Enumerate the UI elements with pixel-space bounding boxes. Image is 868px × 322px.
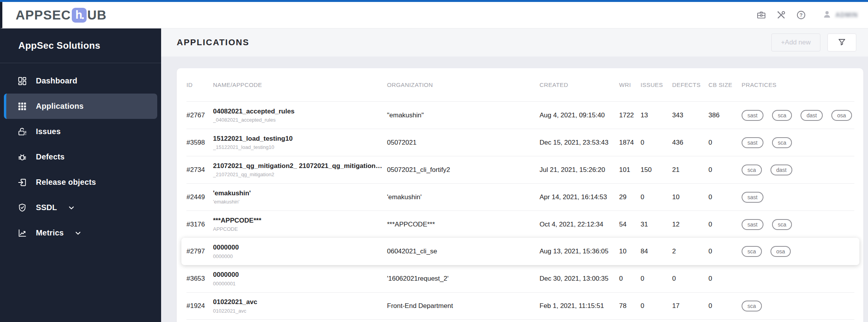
dashboard-icon	[17, 76, 27, 86]
column-header-issues: ISSUES	[641, 81, 672, 88]
app-name: 04082021_accepted_rules	[213, 108, 387, 115]
column-header-defects: DEFECTS	[672, 81, 708, 88]
cell-issues: 0	[641, 302, 672, 310]
app-code: _21072021_qg_mitigation2	[213, 172, 387, 177]
cell-organization: "emakushin"	[387, 111, 540, 119]
cell-created: Feb 1, 2021, 11:15:51	[540, 302, 619, 310]
cell-id: #1924	[186, 302, 213, 310]
cell-id: #2734	[186, 166, 213, 174]
table-row[interactable]: #2767 04082021_accepted_rules _04082021_…	[186, 101, 854, 129]
app-code: 00000001	[213, 281, 387, 287]
cell-created: Oct 4, 2021, 22:12:34	[540, 221, 619, 228]
apps-icon	[17, 101, 27, 111]
sidebar-item-dashboard[interactable]: Dashboard	[4, 68, 157, 94]
column-header-wri: WRI	[619, 81, 641, 88]
help-icon[interactable]: ?	[796, 10, 806, 20]
cell-created: Apr 14, 2021, 16:14:53	[540, 193, 619, 201]
table-row[interactable]: #2449 'emakushin' 'emakushin' 'emakushin…	[186, 183, 854, 211]
cell-id: #2797	[186, 248, 213, 255]
cell-practices: sastsca	[742, 219, 854, 230]
table-body: #2767 04082021_accepted_rules _04082021_…	[186, 101, 854, 320]
cell-id: #2767	[186, 111, 213, 119]
cell-wri: 54	[619, 221, 641, 228]
logo-text-prefix: APPSEC	[16, 8, 71, 23]
cell-name-appcode: 'emakushin' 'emakushin'	[213, 189, 387, 205]
cell-created: Aug 4, 2021, 09:15:40	[540, 111, 619, 119]
app-name: 21072021_qg_mitigation2_ 21072021_qg_mit…	[213, 162, 387, 170]
sidebar-item-applications[interactable]: Applications	[4, 94, 157, 119]
cell-issues: 84	[641, 248, 672, 255]
column-header-practices: PRACTICES	[742, 81, 854, 88]
cell-defects: 2	[672, 248, 708, 255]
practice-chip-osa: osa	[770, 246, 791, 257]
cell-created: Jul 21, 2021, 15:26:20	[540, 166, 619, 174]
sidebar-item-ssdl[interactable]: SSDL	[4, 195, 157, 220]
column-header-name-appcode: NAME/APPCODE	[213, 81, 387, 88]
app-name: 0000000	[213, 271, 387, 279]
app-code: 0000000	[213, 253, 387, 259]
svg-text:?: ?	[799, 12, 802, 18]
cell-name-appcode: 01022021_avc 01022021_avc	[213, 298, 387, 314]
content-area: IDNAME/APPCODEORGANIZATIONCREATEDWRIISSU…	[161, 57, 868, 322]
table-row[interactable]: #2797 0000000 0000000 06042021_cli_se Au…	[181, 238, 859, 265]
cell-organization: 05072021_cli_fortify2	[387, 166, 540, 174]
app-code: 'emakushin'	[213, 199, 387, 205]
cell-created: Dec 30, 2021, 13:00:35	[540, 275, 619, 283]
cell-name-appcode: 04082021_accepted_rules _04082021_accept…	[213, 108, 387, 123]
cell-organization: 'emakushin'	[387, 193, 540, 201]
cell-organization: ***APPCODE***	[387, 221, 540, 228]
practice-chip-osa: osa	[831, 110, 852, 121]
table-header-row: IDNAME/APPCODEORGANIZATIONCREATEDWRIISSU…	[186, 68, 854, 101]
logo-text-suffix: UB	[87, 8, 107, 23]
app-code: APPCODE	[213, 226, 387, 232]
cell-name-appcode: 15122021_load_testing10 _15122021_load_t…	[213, 135, 387, 150]
cell-wri: 1722	[619, 111, 641, 119]
app-logo[interactable]: APPSEC h UB	[16, 8, 107, 23]
cell-defects: 12	[672, 221, 708, 228]
cell-defects: 343	[672, 111, 708, 119]
cell-defects: 10	[672, 193, 708, 201]
add-new-button[interactable]: +Add new	[771, 34, 820, 51]
cell-cb-size: 0	[708, 248, 742, 255]
cell-wri: 1874	[619, 139, 641, 147]
column-header-organization: ORGANIZATION	[387, 81, 540, 88]
table-row[interactable]: #3176 ***APPCODE*** APPCODE ***APPCODE**…	[186, 211, 854, 238]
practice-chip-sca: sca	[772, 110, 792, 121]
cell-name-appcode: 0000000 00000001	[213, 271, 387, 287]
cell-issues: 0	[641, 275, 672, 283]
cell-name-appcode: ***APPCODE*** APPCODE	[213, 217, 387, 232]
briefcase-icon[interactable]	[756, 10, 767, 20]
table-row[interactable]: #2734 21072021_qg_mitigation2_ 21072021_…	[186, 156, 854, 183]
table-row[interactable]: #3653 0000000 00000001 '16062021request_…	[186, 265, 854, 292]
column-header-created: CREATED	[540, 81, 619, 88]
user-menu[interactable]: ADMIN	[822, 9, 858, 21]
applications-table-card: IDNAME/APPCODEORGANIZATIONCREATEDWRIISSU…	[177, 68, 863, 322]
table-row[interactable]: #3598 15122021_load_testing10 _15122021_…	[186, 129, 854, 156]
sidebar-item-defects[interactable]: Defects	[4, 144, 157, 170]
cell-organization: '16062021request_2'	[387, 275, 540, 283]
sidebar-item-release-objects[interactable]: Release objects	[4, 170, 157, 195]
cell-issues: 13	[641, 111, 672, 119]
app-code: _04082021_accepted_rules	[213, 117, 387, 123]
cell-practices: sastsca	[742, 137, 854, 148]
practice-chip-sca: sca	[742, 301, 762, 311]
filter-button[interactable]	[827, 34, 856, 51]
cell-cb-size: 0	[708, 302, 742, 310]
practice-chip-sast: sast	[742, 192, 763, 203]
app-name: 0000000	[213, 244, 387, 251]
sidebar-item-metrics[interactable]: Metrics	[4, 220, 157, 246]
cell-created: Dec 15, 2021, 23:53:43	[540, 139, 619, 147]
top-bar: APPSEC h UB ? ADMIN	[0, 2, 868, 28]
sidebar-nav: Dashboard Applications Issues Defects Re…	[0, 63, 161, 246]
table-row[interactable]: #1924 01022021_avc 01022021_avc Front-En…	[186, 292, 854, 320]
column-header-cb-size: CB SIZE	[708, 81, 742, 88]
column-header-id: ID	[186, 81, 213, 88]
cell-wri: 29	[619, 193, 641, 201]
app-name: 'emakushin'	[213, 189, 387, 197]
main-area: APPLICATIONS +Add new IDNAME/APPCODEORGA…	[161, 28, 868, 322]
sidebar-item-issues[interactable]: Issues	[4, 119, 157, 144]
cell-id: #2449	[186, 193, 213, 201]
chevron-down-icon	[67, 203, 76, 212]
tools-icon[interactable]	[776, 10, 786, 20]
chevron-down-icon	[74, 229, 82, 237]
